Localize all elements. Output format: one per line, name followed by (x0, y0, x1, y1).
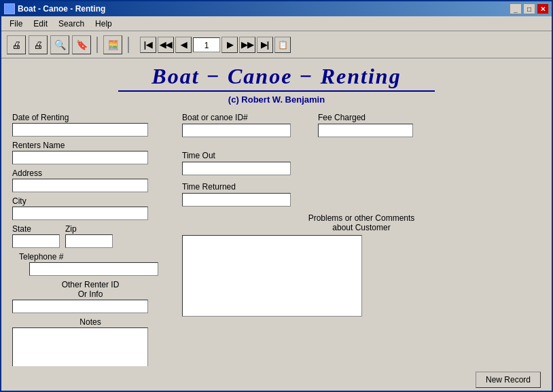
boat-id-label: Boat or canoe ID# (182, 113, 291, 122)
title-bar: Boat - Canoe - Renting _ □ ✕ (1, 1, 552, 16)
fee-charged-group: Fee Charged (318, 113, 413, 137)
state-group: State (12, 224, 60, 248)
address-label: Address (12, 168, 168, 178)
nav-forward-button[interactable]: ▶ (221, 37, 238, 53)
other-renter-label: Other Renter IDOr Info (12, 280, 168, 299)
nav-goto-button[interactable]: 📋 (274, 37, 291, 53)
menu-search[interactable]: Search (53, 18, 90, 30)
search-toolbar-icon[interactable]: 🔍 (50, 35, 69, 54)
form-area: Date of Renting Renters Name Address Cit… (12, 113, 541, 366)
city-input[interactable] (12, 207, 148, 220)
notes-label: Notes (12, 317, 168, 327)
time-returned-input[interactable] (182, 193, 291, 207)
menu-file[interactable]: File (4, 18, 28, 30)
bookmark-icon[interactable]: 🔖 (72, 35, 91, 54)
boat-id-group: Boat or canoe ID# (182, 113, 291, 137)
notes-group: Notes (12, 317, 168, 366)
nav-next-button[interactable]: ▶▶ (239, 37, 255, 53)
maximize-button[interactable]: □ (523, 3, 535, 14)
nav-controls: |◀ ◀◀ ◀ 1 ▶ ▶▶ ▶| 📋 (140, 37, 291, 53)
other-renter-group: Other Renter IDOr Info (12, 280, 168, 313)
toolbar: 🖨 🖨 🔍 🔖 🧮 |◀ ◀◀ ◀ 1 ▶ ▶▶ ▶| 📋 (1, 31, 552, 58)
new-record-button[interactable]: New Record (476, 372, 541, 388)
time-returned-group: Time Returned (182, 182, 541, 207)
zip-label: Zip (65, 224, 113, 234)
notes-textarea[interactable] (12, 327, 148, 366)
problems-label: Problems or other Commentsabout Customer (182, 213, 541, 232)
time-out-label: Time Out (182, 151, 541, 160)
date-of-renting-input[interactable] (12, 123, 148, 137)
title-underline (118, 90, 435, 92)
content-area: Boat − Canoe − Renting (c) Robert W. Ben… (1, 58, 552, 366)
boat-fee-row: Boat or canoe ID# Fee Charged (182, 113, 541, 144)
right-column: Boat or canoe ID# Fee Charged Time Out T… (182, 113, 541, 366)
calculator-icon[interactable]: 🧮 (103, 35, 122, 54)
close-button[interactable]: ✕ (537, 3, 549, 14)
city-label: City (12, 196, 168, 206)
time-out-input[interactable] (182, 162, 291, 175)
telephone-input[interactable] (29, 262, 158, 276)
date-of-renting-label: Date of Renting (12, 113, 168, 122)
state-zip-row: State Zip (12, 224, 168, 248)
state-label: State (12, 224, 60, 234)
menu-help[interactable]: Help (90, 18, 118, 30)
app-subtitle: (c) Robert W. Benjamin (12, 94, 541, 105)
zip-group: Zip (65, 224, 113, 248)
nav-last-button[interactable]: ▶| (257, 37, 273, 53)
window-title: Boat - Canoe - Renting (18, 4, 105, 14)
zip-input[interactable] (65, 234, 113, 248)
title-bar-controls: _ □ ✕ (510, 3, 549, 14)
renters-name-input[interactable] (12, 151, 148, 164)
app-icon (4, 3, 15, 14)
minimize-button[interactable]: _ (510, 3, 522, 14)
fee-charged-label: Fee Charged (318, 113, 413, 122)
city-group: City (12, 196, 168, 220)
telephone-label: Telephone # (19, 252, 168, 262)
renters-name-label: Renters Name (12, 141, 168, 150)
time-out-group: Time Out (182, 151, 541, 175)
boat-id-input[interactable] (182, 124, 291, 137)
menu-edit[interactable]: Edit (28, 18, 53, 30)
nav-prev-button[interactable]: ◀◀ (158, 37, 174, 53)
state-input[interactable] (12, 234, 60, 248)
toolbar-separator-1 (96, 37, 98, 53)
bottom-area: New Record (1, 366, 552, 391)
print-icon[interactable]: 🖨 (7, 35, 26, 54)
left-column: Date of Renting Renters Name Address Cit… (12, 113, 168, 366)
address-input[interactable] (12, 179, 148, 192)
record-number: 1 (193, 37, 220, 52)
main-window: Boat - Canoe - Renting _ □ ✕ File Edit S… (0, 0, 553, 392)
nav-back-button[interactable]: ◀ (175, 37, 192, 53)
nav-first-button[interactable]: |◀ (140, 37, 156, 53)
other-renter-input[interactable] (12, 300, 148, 313)
problems-group: Problems or other Commentsabout Customer (182, 213, 541, 317)
date-of-renting-group: Date of Renting (12, 113, 168, 137)
printer2-icon[interactable]: 🖨 (29, 35, 48, 54)
time-returned-label: Time Returned (182, 182, 541, 192)
app-title: Boat − Canoe − Renting (12, 64, 541, 89)
title-bar-left: Boat - Canoe - Renting (4, 3, 105, 14)
address-group: Address (12, 168, 168, 192)
renters-name-group: Renters Name (12, 141, 168, 164)
problems-textarea[interactable] (182, 235, 362, 317)
toolbar-separator-2 (128, 37, 129, 53)
problems-textarea-wrap (182, 235, 372, 317)
menu-bar: File Edit Search Help (1, 16, 552, 31)
telephone-group: Telephone # (12, 252, 168, 276)
fee-charged-input[interactable] (318, 124, 413, 137)
